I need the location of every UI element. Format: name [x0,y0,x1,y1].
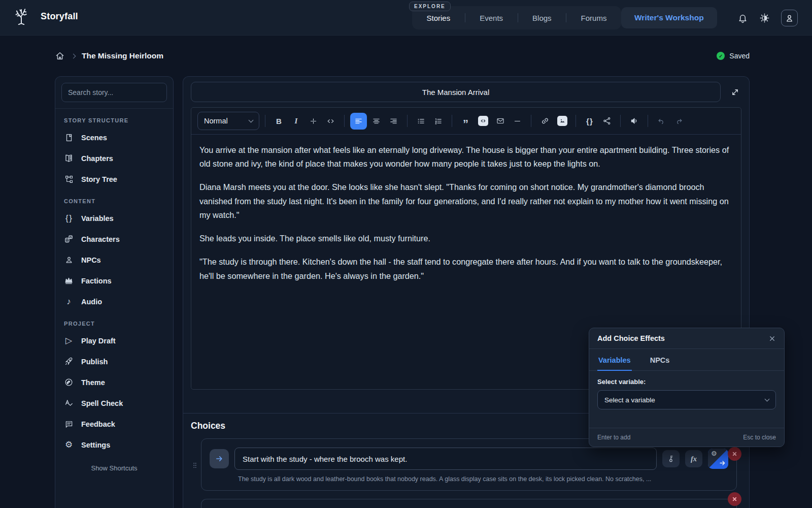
close-icon[interactable] [768,335,776,342]
sidebar-item-play-draft[interactable]: ▷ Play Draft [55,330,173,351]
saved-label: Saved [729,52,750,60]
tab-variables[interactable]: Variables [597,349,632,371]
strikethrough-icon[interactable] [306,113,321,129]
sidebar-item-spell-check[interactable]: Spell Check [55,393,173,414]
sidebar-item-settings[interactable]: ⚙ Settings [55,434,173,455]
arrow-right-icon [719,459,726,467]
scene-title-input[interactable] [191,82,721,102]
redo-icon[interactable] [671,113,687,129]
select-variable-label: Select variable: [597,378,776,386]
variable-braces-icon[interactable]: { } [582,113,597,129]
show-shortcuts-button[interactable]: Show Shortcuts [55,460,173,476]
person-icon [64,255,74,265]
branch-share-icon[interactable] [599,113,615,129]
align-center-icon[interactable] [368,113,384,129]
numbered-list-icon[interactable] [430,113,446,129]
align-right-icon[interactable] [386,113,401,129]
theme-icon [64,377,74,387]
scene-paragraph: "The study is through there. Kitchen's d… [199,255,733,282]
braces-icon: { } [64,213,74,223]
image-icon[interactable] [554,113,570,129]
fx-effects-button[interactable]: fx [685,450,702,467]
expand-icon[interactable] [728,85,741,99]
nav-item-blogs[interactable]: Blogs [532,14,552,22]
home-icon[interactable] [55,51,65,61]
sidebar-item-audio[interactable]: ♪ Audio [55,291,173,312]
scene-paragraph: Diana Marsh meets you at the door. She l… [199,180,733,222]
music-note-icon: ♪ [64,297,74,306]
delete-choice-icon[interactable] [728,447,741,461]
story-title: The Missing Heirloom [82,51,163,60]
inline-code-icon[interactable] [323,113,339,129]
nav-separator [465,13,465,22]
user-avatar-icon[interactable] [781,10,798,26]
chevron-down-icon [249,118,254,123]
play-icon: ▷ [64,336,74,345]
scene-text-editor[interactable]: You arrive at the mansion after what fee… [191,135,741,301]
scene-paragraph: She leads you inside. The place smells l… [199,232,733,245]
top-navbar: Storyfall EXPLORE Stories Events Blogs F… [0,0,812,36]
feedback-icon [64,419,74,429]
horizontal-rule-icon[interactable] [510,113,525,129]
italic-button[interactable]: I [288,113,304,129]
saved-check-icon: ✓ [717,52,725,60]
sidebar-item-chapters[interactable]: Chapters [55,148,173,169]
crown-icon [64,276,74,285]
mail-icon[interactable] [492,113,508,129]
sidebar-item-factions[interactable]: Factions [55,270,173,291]
link-icon[interactable] [537,113,553,129]
drag-handle-icon[interactable] [191,460,198,472]
format-select[interactable]: Normal [197,112,259,130]
bold-button[interactable]: B [271,113,287,129]
gear-icon: ⚙ [711,450,717,457]
sidebar-item-theme[interactable]: Theme [55,372,173,393]
sidebar-item-variables[interactable]: { } Variables [55,208,173,229]
sidebar-item-characters[interactable]: Characters [55,229,173,249]
nav-separator [518,13,518,22]
bullet-list-icon[interactable] [413,113,429,129]
sidebar-item-story-tree[interactable]: Story Tree [55,169,173,189]
notifications-bell-icon[interactable] [737,13,748,23]
rocket-icon [64,357,74,366]
save-status: ✓ Saved [717,52,750,60]
choice-settings-go-button[interactable]: ⚙ [708,449,728,469]
spellcheck-icon [64,398,74,408]
code-block-icon[interactable] [475,113,491,129]
align-left-icon[interactable] [350,113,367,130]
key-icon-button[interactable] [662,450,680,467]
main-nav: EXPLORE Stories Events Blogs Forums [412,6,621,29]
explore-badge: EXPLORE [409,2,451,11]
nav-item-forums[interactable]: Forums [581,14,607,22]
nav-item-events[interactable]: Events [480,14,503,22]
undo-icon[interactable] [654,113,669,129]
chevron-down-icon [765,397,770,402]
tab-npcs[interactable]: NPCs [649,349,671,371]
section-title-content: CONTENT [55,189,173,208]
popup-title: Add Choice Effects [597,334,665,342]
add-choice-effects-popup: Add Choice Effects Variables NPCs Select… [589,328,785,447]
speaker-icon[interactable] [626,113,642,129]
chevron-right-icon [71,54,76,59]
story-sidebar: STORY STRUCTURE Scenes Chapters Story Tr… [55,76,174,508]
blockquote-icon[interactable]: ” [458,113,473,129]
theme-contrast-icon[interactable] [759,13,770,23]
book-icon [64,133,74,142]
choice-card [201,499,737,508]
choice-link-arrow-button[interactable] [210,449,229,468]
variable-select[interactable]: Select a variable [597,390,776,409]
breadcrumb: The Missing Heirloom [55,51,163,61]
nav-separator [566,13,566,22]
nav-item-stories[interactable]: Stories [427,14,451,22]
sidebar-item-scenes[interactable]: Scenes [55,127,173,148]
masks-icon [64,234,74,244]
choice-text-input[interactable] [234,448,657,470]
sidebar-item-npcs[interactable]: NPCs [55,249,173,270]
sidebar-item-publish[interactable]: Publish [55,351,173,372]
sidebar-item-feedback[interactable]: Feedback [55,414,173,434]
app-title: Storyfall [41,11,78,22]
breadcrumb-row: The Missing Heirloom ✓ Saved [55,36,750,76]
search-input[interactable] [61,83,167,102]
writers-workshop-button[interactable]: Writer's Workshop [621,7,717,28]
delete-choice-icon[interactable] [728,492,741,506]
storyfall-tree-logo-icon [13,8,29,25]
